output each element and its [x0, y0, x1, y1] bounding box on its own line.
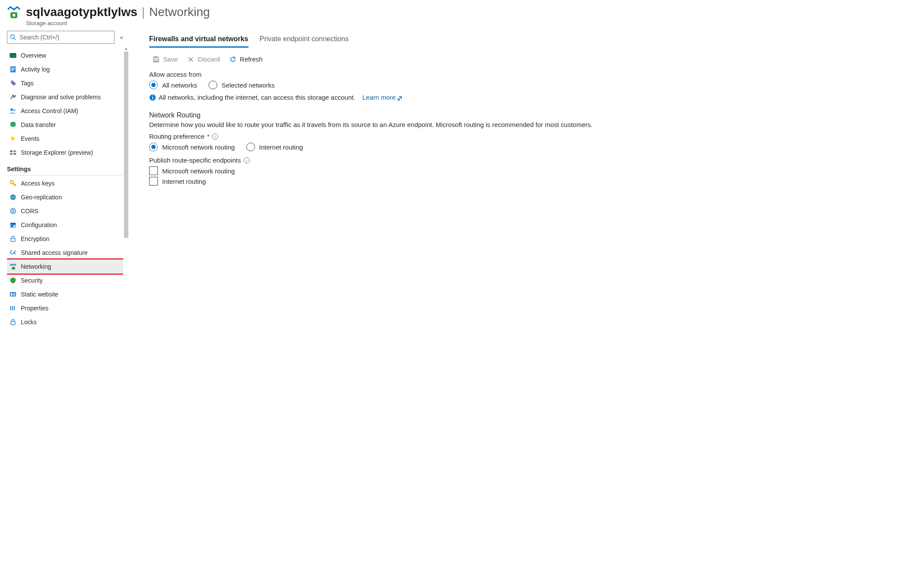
- sidebar-item-cors[interactable]: CORS: [7, 204, 123, 218]
- tags-icon: [10, 80, 16, 87]
- activity-log-icon: [10, 66, 16, 73]
- search-input[interactable]: [7, 31, 114, 44]
- sidebar-item-events[interactable]: Events: [7, 132, 123, 146]
- save-icon: [153, 56, 160, 63]
- info-icon: [149, 94, 156, 101]
- sidebar-item-label: Storage Explorer (preview): [21, 149, 93, 156]
- svg-point-40: [152, 95, 153, 96]
- svg-point-25: [13, 225, 16, 228]
- sidebar-item-label: Properties: [21, 305, 49, 312]
- collapse-sidebar-button[interactable]: «: [120, 34, 123, 41]
- sidebar-item-iam[interactable]: Access Control (IAM): [7, 104, 123, 118]
- checkbox-label: Internet routing: [162, 178, 206, 185]
- sidebar-item-encryption[interactable]: Encryption: [7, 232, 123, 246]
- access-from-label: Allow access from: [149, 71, 917, 78]
- networking-icon: [10, 263, 16, 270]
- sidebar-item-label: CORS: [21, 208, 38, 215]
- svg-rect-16: [10, 150, 13, 152]
- svg-rect-6: [10, 53, 16, 55]
- checkbox-icon: [149, 177, 158, 186]
- sidebar-item-data-transfer[interactable]: Data transfer: [7, 118, 123, 132]
- sidebar-item-static-website[interactable]: Static website: [7, 287, 123, 301]
- sidebar-item-label: Static website: [21, 291, 58, 298]
- tab-firewalls[interactable]: Firewalls and virtual networks: [149, 33, 248, 48]
- sidebar-item-properties[interactable]: Properties: [7, 301, 123, 315]
- info-tooltip-icon[interactable]: i: [244, 157, 250, 163]
- svg-rect-19: [13, 153, 16, 155]
- sidebar-item-activity-log[interactable]: Activity log: [7, 62, 123, 76]
- svg-rect-26: [11, 238, 15, 241]
- sidebar-item-overview[interactable]: Overview: [7, 49, 123, 62]
- sidebar-item-geo-replication[interactable]: Geo-replication: [7, 190, 123, 204]
- iam-icon: [10, 107, 16, 114]
- radio-label: Selected networks: [222, 81, 275, 89]
- svg-rect-35: [11, 322, 15, 325]
- discard-button[interactable]: Discard: [187, 55, 220, 63]
- sidebar-item-sas[interactable]: Shared access signature: [7, 246, 123, 260]
- cors-icon: [10, 208, 16, 215]
- svg-rect-37: [155, 57, 157, 58]
- radio-label: Microsoft network routing: [162, 143, 235, 151]
- sidebar-item-security[interactable]: Security: [7, 273, 123, 287]
- external-link-icon: [397, 95, 402, 100]
- toolbar: Save Discard Refresh: [149, 55, 917, 63]
- storage-account-icon: [7, 5, 21, 19]
- checkbox-ms-routing[interactable]: Microsoft network routing: [149, 166, 917, 175]
- svg-rect-17: [13, 150, 16, 152]
- tabs: Firewalls and virtual networks Private e…: [149, 31, 917, 48]
- svg-line-4: [14, 38, 16, 40]
- network-routing-desc: Determine how you would like to route yo…: [149, 121, 917, 128]
- radio-selected-networks[interactable]: Selected networks: [209, 81, 275, 89]
- checkbox-icon: [149, 166, 158, 175]
- access-keys-icon: [10, 180, 16, 187]
- title-separator: |: [139, 5, 147, 19]
- sidebar-item-label: Locks: [21, 319, 37, 326]
- info-text: All networks, including the internet, ca…: [159, 94, 356, 101]
- network-routing-heading: Network Routing: [149, 111, 917, 119]
- sidebar-item-tags[interactable]: Tags: [7, 76, 123, 90]
- radio-dot-icon: [149, 143, 158, 151]
- sidebar-section-settings: Settings: [7, 160, 123, 176]
- sidebar-item-configuration[interactable]: Configuration: [7, 218, 123, 232]
- blade-title: Networking: [149, 5, 210, 19]
- svg-rect-36: [155, 60, 157, 62]
- sidebar-item-label: Configuration: [21, 221, 57, 228]
- svg-point-11: [11, 81, 12, 82]
- info-tooltip-icon[interactable]: i: [212, 133, 218, 140]
- radio-ms-routing[interactable]: Microsoft network routing: [149, 143, 235, 151]
- locks-icon: [10, 319, 16, 326]
- save-button[interactable]: Save: [153, 55, 178, 63]
- sidebar-item-label: Security: [21, 277, 43, 284]
- radio-all-networks[interactable]: All networks: [149, 81, 197, 89]
- sidebar-item-label: Access Control (IAM): [21, 107, 78, 114]
- sidebar-item-access-keys[interactable]: Access keys: [7, 176, 123, 190]
- sidebar-item-label: Geo-replication: [21, 194, 62, 201]
- checkbox-internet-routing[interactable]: Internet routing: [149, 177, 917, 186]
- radio-internet-routing[interactable]: Internet routing: [246, 143, 303, 151]
- sidebar-item-label: Diagnose and solve problems: [21, 94, 101, 101]
- svg-point-14: [13, 109, 16, 111]
- sidebar-item-label: Networking: [21, 263, 51, 270]
- svg-rect-18: [10, 153, 13, 155]
- sidebar-item-label: Events: [21, 135, 39, 142]
- svg-rect-31: [13, 295, 15, 296]
- sidebar-item-label: Data transfer: [21, 121, 56, 128]
- tab-private-endpoints[interactable]: Private endpoint connections: [260, 33, 349, 48]
- svg-rect-10: [11, 70, 13, 71]
- required-asterisk: *: [207, 133, 210, 140]
- checkbox-label: Microsoft network routing: [162, 167, 235, 175]
- svg-rect-32: [10, 306, 11, 310]
- svg-rect-39: [152, 97, 153, 99]
- sidebar-item-label: Overview: [21, 52, 46, 59]
- radio-dot-icon: [246, 143, 255, 151]
- sidebar-item-locks[interactable]: Locks: [7, 315, 123, 329]
- sidebar-item-networking[interactable]: Networking: [7, 258, 123, 275]
- page-header: sqlvaagotypktlylws | Networking Storage …: [7, 3, 917, 31]
- refresh-button[interactable]: Refresh: [229, 55, 263, 63]
- sidebar-item-diagnose[interactable]: Diagnose and solve problems: [7, 90, 123, 104]
- sidebar-item-storage-explorer[interactable]: Storage Explorer (preview): [7, 146, 123, 160]
- svg-rect-33: [12, 306, 13, 310]
- learn-more-link[interactable]: Learn more: [362, 94, 403, 101]
- static-website-icon: [10, 291, 16, 298]
- svg-rect-29: [11, 293, 13, 296]
